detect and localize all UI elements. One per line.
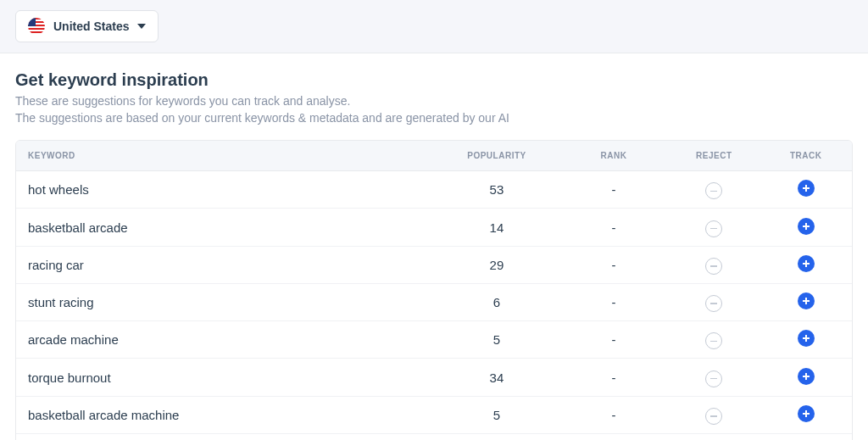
reject-button[interactable] [705,295,722,312]
cell-track [760,396,852,433]
cell-track [760,283,852,320]
cell-track [760,359,852,396]
cell-rank: - [559,321,668,359]
us-flag-icon [28,18,45,35]
header-bar: United States [0,0,868,53]
cell-popularity: 5 [434,321,559,359]
track-button[interactable] [798,368,815,385]
cell-track [760,433,852,440]
cell-keyword: racing car [16,246,434,283]
reject-button[interactable] [705,408,722,425]
column-header-keyword: KEYWORD [16,141,434,171]
cell-popularity: 6 [434,283,559,320]
minus-icon [710,415,717,417]
cell-track [760,209,852,246]
cell-popularity: 5 [434,396,559,433]
column-header-reject: REJECT [668,141,760,171]
cell-rank: - [559,396,668,433]
page-title: Get keyword inspiration [15,70,853,90]
reject-button[interactable] [705,258,722,275]
table-row: arcade machine5- [16,321,852,359]
minus-icon [710,265,717,267]
column-header-popularity: POPULARITY [434,141,559,171]
cell-keyword: stunt racing [16,283,434,320]
cell-popularity: 14 [434,209,559,246]
page-subtitle: These are suggestions for keywords you c… [15,93,853,126]
track-button[interactable] [798,292,815,309]
cell-reject [668,396,760,433]
reject-button[interactable] [705,370,722,387]
cell-rank: - [559,171,668,209]
table-row: racing car29- [16,246,852,283]
track-button[interactable] [798,255,815,272]
table-row: stunt racing car5- [16,433,852,440]
cell-reject [668,209,760,246]
table-row: stunt racing6- [16,283,852,320]
cell-keyword: basketball arcade [16,209,434,246]
table-row: basketball arcade machine5- [16,396,852,433]
table-row: torque burnout34- [16,359,852,396]
track-button[interactable] [798,405,815,422]
cell-reject [668,171,760,209]
cell-keyword: arcade machine [16,321,434,359]
cell-keyword: torque burnout [16,359,434,396]
cell-reject [668,433,760,440]
minus-icon [710,378,717,380]
minus-icon [710,303,717,304]
svg-rect-7 [28,18,36,26]
cell-rank: - [559,246,668,283]
cell-track [760,171,852,209]
cell-rank: - [559,283,668,320]
svg-rect-2 [28,18,45,19]
minus-icon [710,228,717,230]
cell-popularity: 34 [434,359,559,396]
reject-button[interactable] [705,220,722,237]
svg-rect-6 [28,31,45,33]
column-header-track: TRACK [760,141,852,171]
country-label: United States [53,19,129,33]
cell-rank: - [559,433,668,440]
minus-icon [710,191,717,192]
column-header-rank: RANK [559,141,668,171]
reject-button[interactable] [705,182,722,199]
chevron-down-icon [137,24,146,29]
svg-rect-5 [28,28,45,30]
subtitle-line: These are suggestions for keywords you c… [15,93,853,110]
subtitle-line: The suggestions are based on your curren… [15,110,853,127]
cell-reject [668,246,760,283]
cell-rank: - [559,209,668,246]
cell-reject [668,321,760,359]
table-row: basketball arcade14- [16,209,852,246]
main-content: Get keyword inspiration These are sugges… [0,53,868,440]
track-button[interactable] [798,330,815,347]
cell-popularity: 5 [434,433,559,440]
cell-popularity: 29 [434,246,559,283]
cell-rank: - [559,359,668,396]
cell-reject [668,283,760,320]
cell-popularity: 53 [434,171,559,209]
reject-button[interactable] [705,332,722,349]
table-row: hot wheels53- [16,171,852,209]
cell-track [760,321,852,359]
keyword-table: KEYWORD POPULARITY RANK REJECT TRACK hot… [15,140,853,440]
track-button[interactable] [798,218,815,235]
cell-track [760,246,852,283]
track-button[interactable] [798,180,815,197]
cell-keyword: hot wheels [16,171,434,209]
table-header-row: KEYWORD POPULARITY RANK REJECT TRACK [16,141,852,171]
cell-keyword: stunt racing car [16,433,434,440]
minus-icon [710,341,717,343]
cell-keyword: basketball arcade machine [16,396,434,433]
country-selector[interactable]: United States [15,10,159,42]
cell-reject [668,359,760,396]
